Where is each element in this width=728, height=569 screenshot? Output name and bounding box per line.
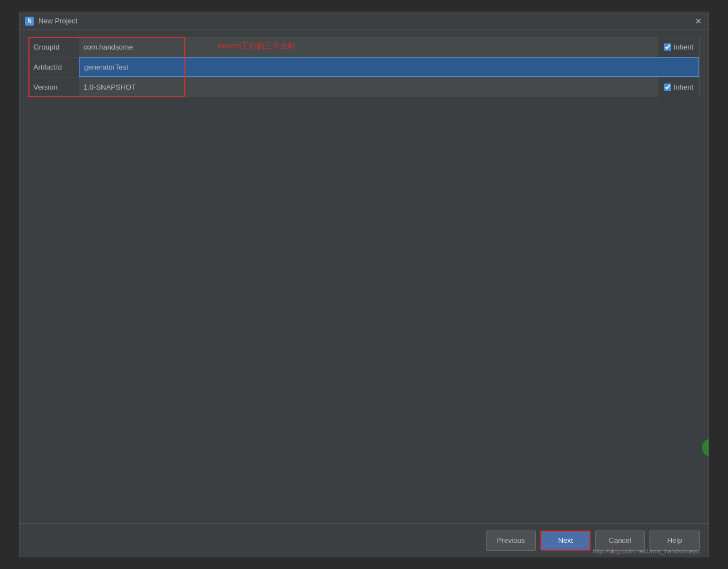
app-icon: N: [25, 17, 34, 26]
version-inherit-checkbox[interactable]: [664, 84, 671, 91]
title-bar: N New Project ✕: [19, 12, 709, 30]
artifactid-label: ArtifactId: [29, 63, 79, 71]
dialog-footer: Previous Next Cancel Help http://blog.cs…: [19, 523, 709, 557]
version-input[interactable]: [79, 77, 658, 97]
watermark-badge: 6: [702, 439, 709, 457]
groupid-inherit-label: Inherit: [673, 43, 693, 51]
window-title: New Project: [38, 17, 77, 25]
version-label: Version: [29, 83, 79, 91]
artifactid-input[interactable]: [79, 57, 699, 77]
groupid-input[interactable]: [79, 37, 658, 57]
artifactid-row: ArtifactId: [28, 57, 700, 77]
close-button[interactable]: ✕: [694, 17, 703, 26]
version-inherit-label: Inherit: [673, 83, 693, 91]
annotation-text: maven工程的三个坐标: [218, 41, 296, 51]
groupid-label: GroupId: [29, 43, 79, 51]
dialog-content: GroupId Inherit ArtifactId Version Inher…: [19, 30, 709, 523]
groupid-inherit-checkbox[interactable]: [664, 43, 671, 51]
dialog-window: N New Project ✕ GroupId Inherit Artifact…: [19, 12, 709, 557]
form-area: GroupId Inherit ArtifactId Version Inher…: [28, 37, 700, 97]
version-inherit: Inherit: [658, 83, 699, 91]
version-row: Version Inherit: [28, 77, 700, 97]
groupid-row: GroupId Inherit: [28, 37, 700, 57]
previous-button[interactable]: Previous: [486, 531, 536, 551]
title-bar-left: N New Project: [25, 17, 77, 26]
groupid-inherit: Inherit: [658, 43, 699, 51]
next-button[interactable]: Next: [540, 531, 591, 551]
footer-url: http://blog.csdn.net/Urms_handsomeyu: [593, 548, 700, 555]
